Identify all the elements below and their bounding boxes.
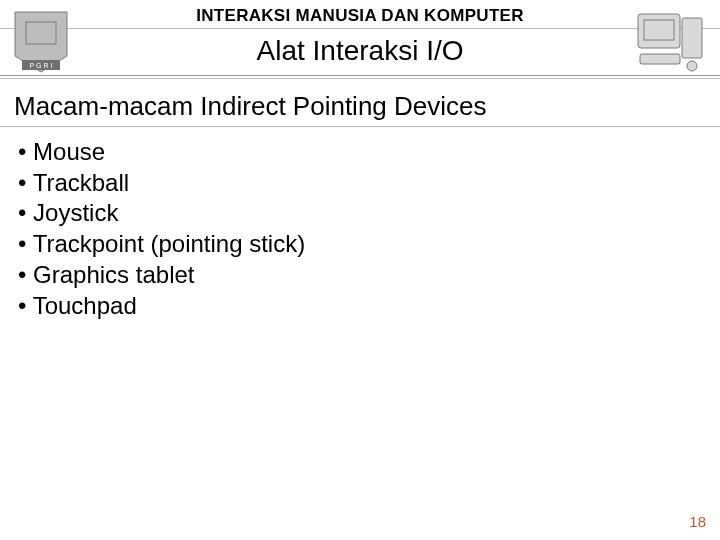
list-item: Trackball	[18, 168, 702, 199]
bullet-list: Mouse Trackball Joystick Trackpoint (poi…	[0, 127, 720, 331]
header: P G R I INTERAKSI MANUSIA DAN KOMPUTER A…	[0, 0, 720, 76]
svg-text:P G R I: P G R I	[30, 62, 53, 69]
slide-subtitle: Alat Interaksi I/O	[0, 29, 720, 75]
svg-rect-7	[640, 54, 680, 64]
list-item: Joystick	[18, 198, 702, 229]
slide: P G R I INTERAKSI MANUSIA DAN KOMPUTER A…	[0, 0, 720, 540]
section-heading: Macam-macam Indirect Pointing Devices	[0, 79, 720, 127]
page-number: 18	[689, 513, 706, 530]
course-title: INTERAKSI MANUSIA DAN KOMPUTER	[0, 0, 720, 29]
svg-rect-5	[644, 20, 674, 40]
list-item: Trackpoint (pointing stick)	[18, 229, 702, 260]
svg-rect-6	[682, 18, 702, 58]
list-item: Graphics tablet	[18, 260, 702, 291]
svg-point-8	[687, 61, 697, 71]
list-item: Mouse	[18, 137, 702, 168]
svg-rect-1	[26, 22, 56, 44]
list-item: Touchpad	[18, 291, 702, 322]
pgri-logo-icon: P G R I	[10, 6, 72, 76]
computer-sketch-icon	[632, 6, 710, 76]
